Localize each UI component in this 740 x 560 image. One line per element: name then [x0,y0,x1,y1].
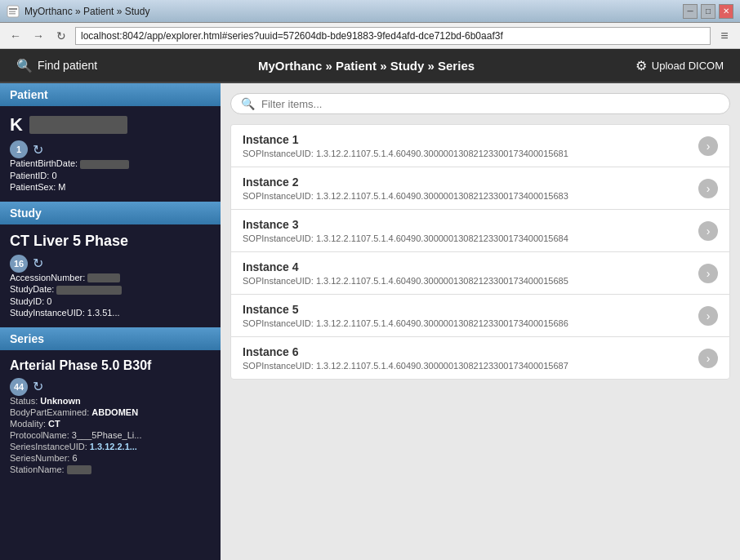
instance-name: Instance 2 [243,176,568,189]
series-number: SeriesNumber: 6 [10,453,211,463]
study-refresh-button[interactable]: ↻ [33,256,43,271]
patient-name: K [10,114,211,136]
series-section-content: Arterial Phase 5.0 B30f 44 ↻ Status: Unk… [0,350,221,485]
chevron-right-icon: › [698,264,718,283]
series-name: Arterial Phase 5.0 B30f [10,358,211,373]
series-section-title: Series [0,327,221,350]
series-refresh-button[interactable]: ↻ [33,379,43,394]
forward-button[interactable]: → [29,27,47,45]
series-protocol: ProtocolName: 3___5Phase_Li... [10,430,211,440]
list-item[interactable]: Instance 1 SOPInstanceUID: 1.3.12.2.1107… [230,124,730,167]
instance-uid: SOPInstanceUID: 1.3.12.2.1107.5.1.4.6049… [243,318,568,328]
series-count-badge: 44 [10,378,28,396]
accession-obscured [87,273,120,282]
instance-uid: SOPInstanceUID: 1.3.12.2.1107.5.1.4.6049… [243,233,568,243]
patient-section-content: K 1 ↻ PatientBirthDate: PatientID: 0 Pat… [0,106,221,202]
uid-value: 1.3.12.2.1107.5.1.4.60490.30000013082123… [316,149,568,158]
svg-rect-3 [9,13,16,15]
maximize-button[interactable]: □ [701,4,715,19]
series-modality: Modality: CT [10,419,211,429]
close-button[interactable]: ✕ [719,4,733,19]
topnav: 🔍 Find patient MyOrthanc » Patient » Stu… [0,49,740,83]
list-item[interactable]: Instance 6 SOPInstanceUID: 1.3.12.2.1107… [230,336,730,380]
uid-label: SOPInstanceUID: [243,318,314,328]
window-controls: ─ □ ✕ [683,4,733,19]
uid-value: 1.3.12.2.1107.5.1.4.60490.30000013082123… [316,276,568,286]
list-item[interactable]: Instance 2 SOPInstanceUID: 1.3.12.2.1107… [230,167,730,209]
study-id: StudyID: 0 [10,296,211,306]
instance-info: Instance 4 SOPInstanceUID: 1.3.12.2.1107… [243,260,568,286]
titlebar: MyOrthanc » Patient » Study ─ □ ✕ [0,0,740,23]
patient-id: PatientID: 0 [10,171,211,180]
uid-value: 1.3.12.2.1107.5.1.4.60490.30000013082123… [316,233,568,243]
series-instance-uid: SeriesInstanceUID: 1.3.12.2.1... [10,442,211,451]
instance-uid: SOPInstanceUID: 1.3.12.2.1107.5.1.4.6049… [243,191,568,201]
back-button[interactable]: ← [7,27,25,45]
instance-name: Instance 3 [243,218,568,231]
find-patient-label: Find patient [38,59,97,72]
sidebar: Patient K 1 ↻ PatientBirthDate: PatientI… [0,83,221,560]
uid-label: SOPInstanceUID: [243,361,314,371]
uid-label: SOPInstanceUID: [243,149,314,158]
series-station: StationName: [10,464,211,475]
chevron-right-icon: › [698,221,718,241]
main-layout: Patient K 1 ↻ PatientBirthDate: PatientI… [0,83,740,560]
browser-menu-button[interactable]: ≡ [715,27,733,45]
patient-name-obscured [29,116,127,134]
series-badge-row: 44 ↻ [10,378,211,396]
addressbar: ← → ↻ ≡ [0,23,740,49]
uid-value: 1.3.12.2.1107.5.1.4.60490.30000013082123… [316,191,568,201]
filter-search-icon: 🔍 [241,97,255,110]
filter-bar: 🔍 [230,93,730,114]
instance-name: Instance 4 [243,260,568,273]
patient-count-badge: 1 [10,140,28,158]
chevron-right-icon: › [698,349,718,368]
filter-input[interactable] [261,98,720,110]
instance-uid: SOPInstanceUID: 1.3.12.2.1107.5.1.4.6049… [243,149,568,158]
search-icon: 🔍 [16,58,33,73]
list-item[interactable]: Instance 3 SOPInstanceUID: 1.3.12.2.1107… [230,209,730,251]
instance-name: Instance 6 [243,345,568,358]
instance-info: Instance 3 SOPInstanceUID: 1.3.12.2.1107… [243,218,568,243]
patient-name-letter: K [10,114,23,136]
breadcrumb: MyOrthanc » Patient » Study » Series [104,59,629,73]
page-icon [7,5,20,18]
uid-value: 1.3.12.2.1107.5.1.4.60490.30000013082123… [316,361,568,371]
chevron-right-icon: › [698,179,718,198]
svg-rect-1 [9,8,17,10]
series-body-part: BodyPartExamined: ABDOMEN [10,407,211,417]
study-name: CT Liver 5 Phase [10,233,211,250]
study-count-badge: 16 [10,255,28,273]
find-patient-button[interactable]: 🔍 Find patient [10,55,104,77]
instance-name: Instance 5 [243,303,568,316]
instance-info: Instance 5 SOPInstanceUID: 1.3.12.2.1107… [243,303,568,328]
study-badge-row: 16 ↻ [10,255,211,273]
minimize-button[interactable]: ─ [683,4,698,19]
address-input[interactable] [75,27,711,45]
instance-list: Instance 1 SOPInstanceUID: 1.3.12.2.1107… [230,124,730,380]
refresh-button[interactable]: ↻ [52,27,70,45]
accession-number: AccessionNumber: [10,273,211,283]
instance-uid: SOPInstanceUID: 1.3.12.2.1107.5.1.4.6049… [243,276,568,286]
patient-section-title: Patient [0,83,221,106]
uid-value: 1.3.12.2.1107.5.1.4.60490.30000013082123… [316,318,568,328]
study-date: StudyDate: [10,284,211,295]
series-status: Status: Unknown [10,396,211,406]
patient-sex: PatientSex: M [10,182,211,192]
list-item[interactable]: Instance 5 SOPInstanceUID: 1.3.12.2.1107… [230,294,730,336]
patient-badge-row: 1 ↻ [10,140,211,158]
patient-refresh-button[interactable]: ↻ [33,142,43,158]
list-item[interactable]: Instance 4 SOPInstanceUID: 1.3.12.2.1107… [230,251,730,294]
study-instance-uid: StudyInstanceUID: 1.3.51... [10,308,211,318]
uid-label: SOPInstanceUID: [243,191,314,201]
study-date-obscured [56,286,122,295]
study-section-title: Study [0,202,221,224]
upload-dicom-button[interactable]: ⚙ Upload DICOM [629,55,730,77]
uid-label: SOPInstanceUID: [243,233,314,243]
chevron-right-icon: › [698,136,718,156]
uid-label: SOPInstanceUID: [243,276,314,286]
instance-info: Instance 1 SOPInstanceUID: 1.3.12.2.1107… [243,133,568,158]
instance-uid: SOPInstanceUID: 1.3.12.2.1107.5.1.4.6049… [243,361,568,371]
instance-info: Instance 6 SOPInstanceUID: 1.3.12.2.1107… [243,345,568,371]
gear-icon: ⚙ [635,58,647,73]
